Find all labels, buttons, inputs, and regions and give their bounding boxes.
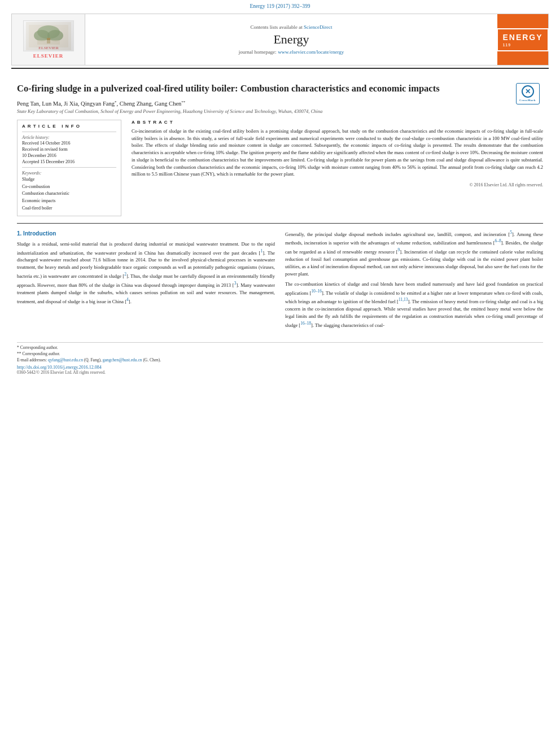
keywords-list: Sludge Co-combustion Combustion characte…: [22, 176, 116, 212]
contents-available: Contents lists available at ScienceDirec…: [251, 24, 333, 30]
doi-link[interactable]: http://dx.doi.org/10.1016/j.energy.2016.…: [17, 365, 102, 370]
info-divider-1: [22, 132, 116, 132]
received-revised-date: 10 December 2016: [22, 153, 116, 158]
article-content: Co-firing sludge in a pulverized coal-fi…: [0, 69, 560, 338]
section-1-heading: 1. Introduction: [17, 229, 275, 238]
article-title-text: Co-firing sludge in a pulverized coal-fi…: [17, 83, 440, 94]
svg-text:ELSEVIER: ELSEVIER: [38, 46, 59, 50]
section-divider: [17, 223, 543, 224]
svg-rect-1: [29, 25, 68, 47]
ref-9: 9: [398, 247, 400, 252]
crossmark-text: CrossMark: [519, 99, 536, 103]
keyword-1: Sludge: [22, 176, 116, 184]
keyword-5: Coal-fired boiler: [22, 205, 116, 212]
ref-6-8: 6–8: [495, 238, 501, 243]
page-container: Energy 119 (2017) 392–399 ELS: [0, 0, 560, 375]
elsevier-logo-image: ELSEVIER: [23, 20, 74, 51]
email-footnote: E-mail addresses: qyfang@hust.edu.cn (Q.…: [17, 357, 543, 362]
journal-title-area: Contents lists available at ScienceDirec…: [85, 14, 497, 65]
body-col-right-p2: The co-combustion kinetics of sludge and…: [285, 281, 543, 329]
svg-point-3: [34, 30, 50, 41]
svg-rect-5: [47, 38, 50, 43]
body-col-left-p1: Sludge is a residual, semi-solid materia…: [17, 241, 275, 305]
journal-name: Energy: [273, 32, 309, 47]
ref-3: 3: [234, 281, 237, 286]
journal-homepage: journal homepage: www.elsevier.com/locat…: [239, 49, 344, 55]
authors-line: Peng Tan, Lun Ma, Ji Xia, Qingyan Fang*,…: [17, 99, 543, 107]
article-info-col: A R T I C L E I N F O Article history: R…: [17, 120, 121, 216]
keyword-4: Economic impacts: [22, 198, 116, 205]
keyword-2: Co-combustion: [22, 184, 116, 191]
ref-2: 2: [124, 272, 126, 277]
elsevier-text: ELSEVIER: [33, 53, 64, 59]
article-info-title: A R T I C L E I N F O: [22, 124, 116, 129]
body-col-right: Generally, the principal sludge disposal…: [285, 229, 543, 332]
accepted-date: Accepted 15 December 2016: [22, 159, 116, 164]
ref-1: 1: [260, 248, 262, 254]
svg-rect-0: [26, 22, 71, 50]
footer-section: * Corresponding author. ** Corresponding…: [17, 342, 543, 375]
citation-text: Energy 119 (2017) 392–399: [250, 3, 310, 9]
footnote-2: ** Corresponding author.: [17, 351, 543, 356]
doi-line: http://dx.doi.org/10.1016/j.energy.2016.…: [17, 365, 543, 370]
received-date: Received 14 October 2016: [22, 141, 116, 146]
received-revised-label: Received in revised form: [22, 147, 116, 152]
history-label: Article history:: [22, 135, 116, 140]
ref-4: 4: [126, 297, 129, 302]
svg-rect-6: [37, 40, 60, 45]
authors-text: Peng Tan, Lun Ma, Ji Xia, Qingyan Fang*,…: [17, 101, 185, 107]
publisher-logo-area: ELSEVIER ELSEVIER: [12, 14, 85, 65]
sciencedirect-link[interactable]: ScienceDirect: [304, 24, 332, 30]
keyword-3: Combustion characteristic: [22, 190, 116, 198]
crossmark-badge[interactable]: ✕ CrossMark: [512, 82, 543, 105]
article-title-block: Co-firing sludge in a pulverized coal-fi…: [17, 82, 543, 95]
body-col-right-p1: Generally, the principal sludge disposal…: [285, 229, 543, 278]
issn-line: 0360-5442/© 2016 Elsevier Ltd. All right…: [17, 370, 543, 375]
journal-header: ELSEVIER ELSEVIER Contents lists availab…: [11, 14, 549, 65]
abstract-title: A B S T R A C T: [132, 120, 543, 125]
ref-11-13: 11,13: [399, 297, 408, 302]
energy-badge: ENERGY 119: [497, 28, 548, 51]
crossmark-circle: ✕: [522, 85, 534, 98]
info-abstract-section: A R T I C L E I N F O Article history: R…: [17, 120, 543, 216]
abstract-col: A B S T R A C T Co-incineration of sludg…: [132, 120, 543, 216]
keywords-label: Keywords:: [22, 171, 116, 176]
body-col-left: 1. Introduction Sludge is a residual, se…: [17, 229, 275, 332]
info-divider-2: [22, 167, 116, 168]
ref-10-16: 10–16: [311, 289, 322, 294]
email-link-1[interactable]: qyfang@hust.edu.cn: [48, 357, 83, 362]
elsevier-logo: ELSEVIER ELSEVIER: [23, 20, 74, 59]
crossmark-x: ✕: [525, 87, 531, 96]
svg-point-4: [47, 30, 63, 41]
ref-5: 5: [510, 230, 512, 235]
crossmark-image: ✕ CrossMark: [516, 83, 540, 104]
citation-bar: Energy 119 (2017) 392–399: [0, 0, 560, 11]
article-info-box: A R T I C L E I N F O Article history: R…: [17, 120, 121, 216]
affiliation-text: State Key Laboratory of Coal Combustion,…: [17, 108, 543, 114]
email-link-2[interactable]: gangchen@hust.edu.cn: [103, 357, 142, 362]
svg-point-2: [37, 25, 60, 39]
copyright-line: © 2016 Elsevier Ltd. All rights reserved…: [132, 182, 543, 187]
abstract-text: Co-incineration of sludge in the existin…: [132, 128, 543, 178]
footnote-1: * Corresponding author.: [17, 345, 543, 350]
body-text-section: 1. Introduction Sludge is a residual, se…: [17, 229, 543, 332]
journal-homepage-link[interactable]: www.elsevier.com/locate/energy: [278, 49, 344, 55]
energy-badge-area: ENERGY 119: [497, 14, 548, 65]
ref-16-18: 16–18: [300, 321, 311, 326]
